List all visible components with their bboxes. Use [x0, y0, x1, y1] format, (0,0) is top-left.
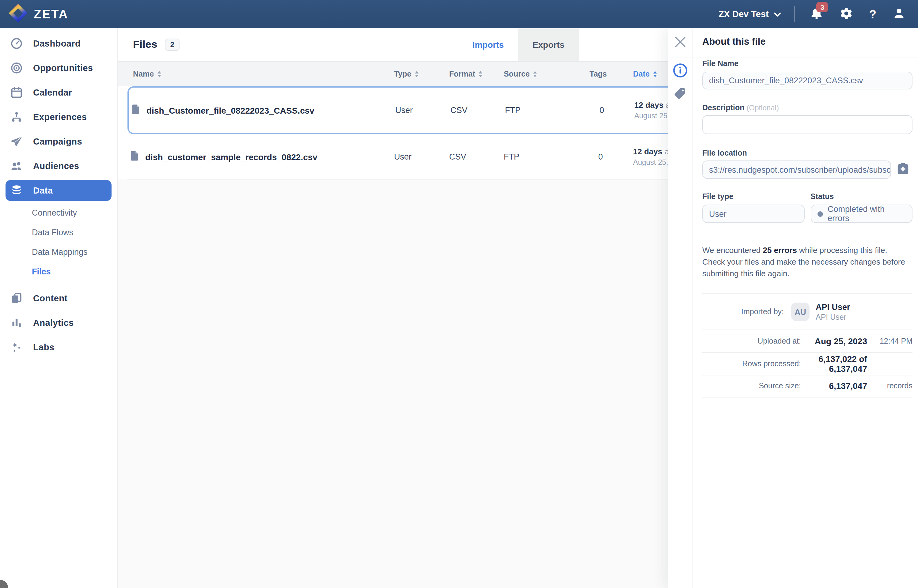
sidebar-label: Dashboard	[33, 39, 81, 48]
gear-icon	[840, 6, 853, 22]
dashboard-icon	[10, 37, 23, 50]
file-location-input[interactable]: s3://res.nudgespot.com/subscriber/upload…	[702, 160, 891, 179]
top-navbar: ZETA ZX Dev Test 3	[0, 0, 918, 28]
file-icon	[131, 104, 140, 117]
navbar-right: ZX Dev Test 3	[719, 6, 918, 22]
campaigns-icon	[10, 135, 23, 148]
error-count: 25 errors	[763, 246, 797, 255]
zeta-brand[interactable]: ZETA	[0, 3, 68, 26]
description-textarea[interactable]	[702, 115, 913, 134]
status-input[interactable]: Completed with errors	[810, 205, 913, 223]
info-icon	[672, 63, 688, 80]
user-icon	[892, 6, 906, 22]
app-root: ZETA ZX Dev Test 3	[0, 0, 918, 588]
sidebar-subitem-data-flows[interactable]: Data Flows	[0, 222, 117, 242]
file-name: dish_customer_sample_records_0822.csv	[145, 152, 317, 162]
file-location-label: File location	[702, 149, 913, 157]
rows-processed-value: 6,137,022 of 6,137,047	[801, 354, 867, 373]
chevron-down-icon	[774, 9, 781, 19]
imported-by-label: Imported by:	[702, 307, 784, 316]
help-icon: ?	[869, 8, 876, 20]
sidebar-sublabel: Connectivity	[32, 208, 77, 217]
data-icon	[10, 184, 23, 197]
column-header-name[interactable]: Name	[133, 69, 161, 78]
panel-rail	[668, 28, 693, 588]
experiences-icon	[10, 110, 23, 124]
settings-button[interactable]	[840, 6, 853, 22]
source-size-row: Source size: 6,137,047 records	[702, 375, 913, 397]
page-title: Files	[133, 39, 157, 51]
imported-by-name: API User	[816, 302, 850, 312]
labs-icon	[10, 341, 23, 354]
sidebar-label: Analytics	[33, 318, 74, 328]
file-name-input[interactable]: dish_Customer_file_08222023_CASS.csv	[702, 72, 913, 89]
description-label: Description (Optional)	[702, 103, 913, 112]
file-type-input[interactable]: User	[702, 205, 804, 223]
opportunities-icon	[10, 61, 23, 75]
file-tags-cell: 0	[589, 106, 614, 115]
copy-location-button[interactable]	[896, 162, 910, 178]
tags-tab-button[interactable]	[673, 87, 687, 103]
file-name: dish_Customer_file_08222023_CASS.csv	[146, 105, 314, 115]
sort-icon	[533, 71, 537, 77]
description-optional-hint: (Optional)	[747, 103, 779, 112]
sidebar-subitem-connectivity[interactable]: Connectivity	[0, 203, 117, 222]
notification-count-badge: 3	[817, 2, 828, 12]
sidebar-item-dashboard[interactable]: Dashboard	[0, 31, 117, 56]
account-switcher[interactable]: ZX Dev Test	[719, 9, 781, 19]
imported-by-subtitle: API User	[816, 313, 850, 321]
sidebar-label: Opportunities	[33, 63, 93, 73]
sidebar-subitem-files[interactable]: Files	[0, 262, 117, 281]
file-source-cell: FTP	[505, 106, 521, 115]
status-label: Status	[810, 192, 913, 201]
notifications-button[interactable]: 3	[810, 6, 824, 22]
file-type-cell: User	[395, 106, 413, 115]
sidebar-item-opportunities[interactable]: Opportunities	[0, 56, 117, 80]
sort-icon	[415, 71, 419, 77]
brand-name: ZETA	[34, 7, 68, 21]
navbar-divider	[795, 6, 795, 22]
sidebar-item-content[interactable]: Content	[0, 286, 117, 310]
sidebar-item-data[interactable]: Data	[5, 180, 112, 201]
file-name-label: File Name	[702, 60, 913, 68]
clipboard-plus-icon	[896, 162, 910, 178]
sidebar-label: Calendar	[33, 87, 72, 97]
sidebar-item-calendar[interactable]: Calendar	[0, 80, 117, 105]
column-header-source[interactable]: Source	[504, 69, 537, 78]
sidebar-item-labs[interactable]: Labs	[0, 335, 117, 360]
sidebar-label: Labs	[33, 342, 54, 352]
close-panel-button[interactable]	[675, 37, 685, 49]
uploaded-date: Aug 25, 2023	[801, 336, 867, 346]
tab-exports[interactable]: Exports	[518, 28, 579, 61]
sort-icon	[653, 71, 657, 77]
sidebar-label: Content	[33, 293, 67, 303]
sidebar-subitem-data-mappings[interactable]: Data Mappings	[0, 242, 117, 262]
sidebar-item-analytics[interactable]: Analytics	[0, 310, 117, 335]
files-count-badge: 2	[165, 39, 180, 51]
sidebar-label: Campaigns	[33, 137, 82, 146]
column-header-date[interactable]: Date	[633, 69, 657, 78]
help-button[interactable]: ?	[869, 8, 876, 20]
sidebar-sublabel: Data Flows	[32, 228, 73, 237]
column-header-tags[interactable]: Tags	[589, 69, 607, 78]
status-value: Completed with errors	[827, 205, 906, 223]
column-header-format[interactable]: Format	[449, 69, 482, 78]
sidebar-sublabel: Data Mappings	[32, 247, 87, 256]
tab-imports[interactable]: Imports	[458, 28, 518, 61]
info-tab-button[interactable]	[672, 63, 688, 80]
uploaded-time: 12:44 PM	[867, 336, 913, 345]
sidebar-item-experiences[interactable]: Experiences	[0, 105, 117, 129]
panel-title: About this file	[702, 36, 913, 47]
sidebar-item-campaigns[interactable]: Campaigns	[0, 129, 117, 154]
imported-by-row: Imported by: AU API User API User	[702, 302, 913, 321]
sidebar-item-audiences[interactable]: Audiences	[0, 154, 117, 178]
sidebar-label: Audiences	[33, 161, 79, 171]
file-type-label: File type	[702, 192, 804, 201]
sort-icon	[479, 71, 482, 77]
uploaded-at-row: Uploaded at: Aug 25, 2023 12:44 PM	[702, 329, 913, 352]
column-header-type[interactable]: Type	[394, 69, 419, 78]
user-menu-button[interactable]	[892, 6, 906, 22]
zeta-logo-icon	[8, 3, 28, 26]
analytics-icon	[10, 316, 23, 330]
processing-error-message: We encountered 25 errors while processin…	[702, 245, 906, 279]
